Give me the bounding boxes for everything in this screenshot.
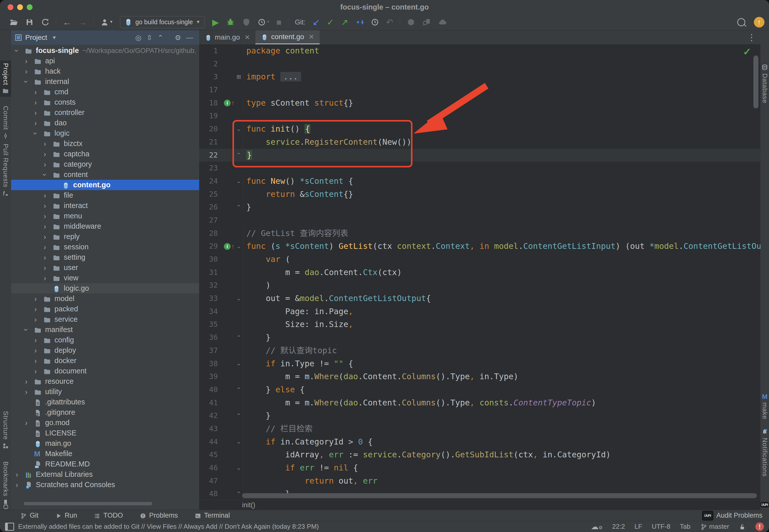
chevron-collapsed-icon[interactable]: › (44, 150, 46, 158)
code-text[interactable]: out = &model.ContentGetListOutput{ (243, 292, 760, 305)
tree-item-deploy[interactable]: ›deploy (11, 345, 199, 356)
code-text[interactable]: Size: in.Size, (243, 318, 760, 331)
tool-window-button-todo[interactable]: TODO (94, 512, 123, 519)
fold-marker[interactable]: ⌄ (234, 360, 243, 367)
code-text[interactable]: m = dao.Content.Ctx(ctx) (243, 266, 760, 279)
tool-stripe-project[interactable]: Project (0, 61, 11, 97)
tree-item-internal[interactable]: ›internal (11, 76, 199, 87)
line-number[interactable]: 1 (199, 44, 218, 57)
line-number[interactable]: 24 (199, 175, 218, 188)
project-panel-title[interactable]: Project (25, 34, 47, 42)
fold-marker[interactable]: ⌃ (234, 412, 243, 419)
expand-all-button[interactable]: ⇳ (146, 34, 152, 42)
editor-horizontal-scrollbar[interactable] (242, 493, 757, 498)
tool-stripe-commit[interactable]: Commit (0, 103, 11, 142)
chevron-collapsed-icon[interactable]: › (34, 88, 37, 96)
fold-marker[interactable]: ⌃ (234, 491, 243, 497)
tree-item-reply[interactable]: ›reply (11, 231, 199, 242)
chevron-collapsed-icon[interactable]: › (44, 139, 46, 148)
code-text[interactable]: } (243, 331, 760, 344)
chevron-collapsed-icon[interactable]: › (25, 419, 27, 427)
chevron-collapsed-icon[interactable]: › (34, 294, 37, 303)
sync-icon[interactable] (41, 18, 49, 26)
code-text[interactable]: package content (243, 44, 760, 57)
tree-item-docker[interactable]: ›docker (11, 356, 199, 366)
line-number[interactable]: 43 (199, 422, 218, 435)
line-number[interactable]: 46 (199, 461, 218, 475)
tab-options-icon[interactable]: ⋮ (747, 30, 756, 44)
user-dropdown[interactable]: ▾ (100, 18, 112, 26)
notification-error-badge[interactable]: ! (755, 522, 764, 531)
chevron-collapsed-icon[interactable]: › (44, 274, 46, 282)
line-number[interactable]: 40 (199, 383, 218, 396)
status-message[interactable]: Externally added files can be added to G… (18, 523, 319, 530)
code-text[interactable]: func New() *sContent { (243, 175, 760, 188)
git-history-icon[interactable] (371, 18, 379, 26)
tool-window-button-git[interactable]: Git (20, 512, 39, 519)
chevron-collapsed-icon[interactable]: › (34, 357, 37, 365)
tree-item-utility[interactable]: ›utility (11, 387, 199, 397)
code-text[interactable]: if err != nil { (243, 461, 760, 475)
tree-item-document[interactable]: ›document (11, 366, 199, 376)
tree-item-manifest[interactable]: ›manifest (11, 324, 199, 335)
update-available-badge[interactable]: ↑ (754, 17, 764, 27)
line-number[interactable]: 30 (199, 253, 218, 266)
line-number[interactable]: 19 (199, 109, 218, 123)
tree-item-license[interactable]: LICENSE (11, 428, 199, 438)
chevron-collapsed-icon[interactable]: › (16, 481, 18, 489)
tree-item-captcha[interactable]: ›captcha (11, 149, 199, 159)
code-text[interactable]: } (243, 409, 760, 422)
implemented-gutter-icon[interactable]: I (224, 100, 231, 106)
line-number[interactable]: 18 (199, 97, 218, 110)
line-number[interactable]: 29 (199, 240, 218, 253)
tree-item-model[interactable]: ›model (11, 293, 199, 304)
close-tab-icon[interactable]: ✕ (309, 33, 314, 41)
save-all-icon[interactable] (25, 18, 34, 26)
git-update-button[interactable]: ↙ (313, 14, 320, 30)
chevron-collapsed-icon[interactable]: › (25, 67, 27, 76)
tree-item-dao[interactable]: ›dao (11, 118, 199, 128)
chevron-collapsed-icon[interactable]: › (34, 336, 37, 344)
fold-marker[interactable]: ⌄ (234, 465, 243, 471)
line-number[interactable]: 31 (199, 266, 218, 279)
chevron-collapsed-icon[interactable]: › (44, 191, 46, 200)
line-number[interactable]: 35 (199, 318, 218, 331)
code-text[interactable]: return &sContent{} (243, 188, 760, 201)
code-text[interactable]: m = m.Where(dao.Content.Columns().Type, … (243, 370, 760, 383)
run-button[interactable]: ▶ (212, 14, 219, 30)
tool-stripe-pull-requests[interactable]: Pull Requests (0, 141, 11, 199)
tree-item-bizctx[interactable]: ›bizctx (11, 138, 199, 149)
fold-marker[interactable]: ⌄ (234, 243, 243, 250)
line-number[interactable]: 33 (199, 292, 218, 305)
line-number[interactable]: 25 (199, 188, 218, 201)
chevron-collapsed-icon[interactable]: › (44, 232, 46, 241)
code-text[interactable]: } else { (243, 383, 760, 396)
tree-item-cmd[interactable]: ›cmd (11, 87, 199, 97)
fold-marker[interactable]: ⌃ (234, 204, 243, 211)
close-tab-icon[interactable]: ✕ (245, 34, 250, 41)
code-text[interactable]: m = m.Where(dao.Content.Columns().Type, … (243, 396, 760, 409)
code-text[interactable]: } (243, 201, 760, 214)
open-file-icon[interactable] (9, 18, 18, 27)
code-text[interactable]: if in.CategoryId > 0 { (243, 435, 760, 449)
tree-item-external-libraries[interactable]: ›External Libraries (11, 469, 199, 480)
fold-marker[interactable]: ⌄ (234, 295, 243, 302)
chevron-collapsed-icon[interactable]: › (34, 305, 37, 313)
tree-item-.gitattributes[interactable]: .gitattributes (11, 397, 199, 407)
code-text[interactable]: // GetList 查询内容列表 (243, 227, 760, 240)
layout-icon[interactable] (5, 523, 14, 531)
tool-stripe-structure[interactable]: Structure (0, 408, 11, 452)
tree-item-makefile[interactable]: MMakefile (11, 449, 199, 459)
line-number[interactable]: 47 (199, 475, 218, 488)
chevron-collapsed-icon[interactable]: › (16, 470, 18, 479)
tree-item-interact[interactable]: ›interact (11, 200, 199, 211)
line-number[interactable]: 17 (199, 83, 218, 97)
tree-item-resource[interactable]: ›resource (11, 376, 199, 387)
chevron-expanded-icon[interactable]: › (41, 173, 49, 176)
line-number[interactable]: 42 (199, 409, 218, 422)
git-branch-widget[interactable]: master (700, 523, 729, 530)
tree-item-category[interactable]: ›category (11, 159, 199, 169)
chevron-collapsed-icon[interactable]: › (44, 253, 46, 262)
line-number[interactable]: 36 (199, 331, 218, 344)
chevron-down-icon[interactable]: ▼ (52, 35, 57, 41)
